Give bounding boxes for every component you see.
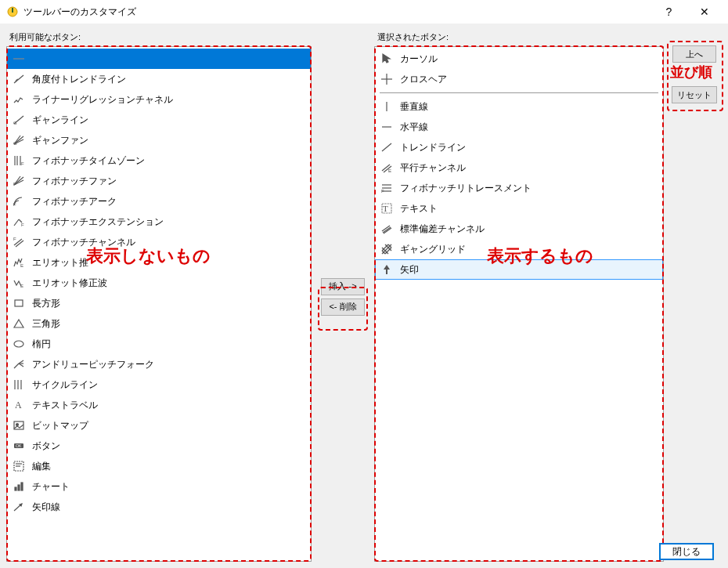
list-item-label: サイクルライン <box>32 378 98 392</box>
list-item[interactable]: E平行チャンネル <box>375 157 663 178</box>
list-item-label: テキスト <box>400 202 438 215</box>
list-item-label: フィボナッチチャンネル <box>32 236 135 249</box>
list-item-label: アンドリューピッチフォーク <box>32 358 154 371</box>
list-item-label: ビットマップ <box>32 419 88 432</box>
close-window-button[interactable]: ✕ <box>687 0 722 24</box>
list-item[interactable]: 水平線 <box>375 117 663 137</box>
svg-text:G: G <box>13 121 17 125</box>
chart-icon <box>12 479 26 494</box>
list-item[interactable]: チャート <box>7 476 311 497</box>
list-item-label: ボタン <box>32 440 60 453</box>
list-item[interactable]: 編集 <box>7 456 311 476</box>
svg-line-32 <box>19 364 23 367</box>
list-item-label: フィボナッチエクステンション <box>32 215 164 229</box>
gannline-icon: G <box>12 113 26 127</box>
svg-line-69 <box>382 244 388 251</box>
list-item-label: 三角形 <box>32 317 60 331</box>
list-item[interactable]: 垂直線 <box>375 96 663 117</box>
regression-icon <box>12 92 26 107</box>
insert-button[interactable]: 挿入 -> <box>321 278 365 295</box>
svg-point-38 <box>16 424 19 426</box>
crosshair-icon <box>380 72 394 86</box>
text-icon: T <box>380 201 394 215</box>
list-item[interactable] <box>7 49 311 69</box>
svg-rect-46 <box>21 483 23 490</box>
list-item[interactable]: Fフィボナッチアーク <box>7 191 311 212</box>
list-item[interactable]: Fフィボナッチタイムゾーン <box>7 150 311 171</box>
svg-line-3 <box>14 75 23 83</box>
list-item[interactable]: 矢印 <box>375 259 663 280</box>
list-item[interactable]: OKボタン <box>7 436 311 456</box>
fibochannel-icon: F <box>12 235 26 249</box>
list-item[interactable]: 矢印線 <box>7 497 311 517</box>
up-button[interactable]: 上へ <box>672 45 716 63</box>
list-item[interactable]: Gギャンライン <box>7 110 311 130</box>
list-item-label: 矢印 <box>400 263 419 277</box>
list-item-label: 水平線 <box>400 121 428 134</box>
fiboext-icon: F <box>12 215 26 229</box>
list-item[interactable]: Gギャンファン <box>7 130 311 150</box>
list-item-label: エリオット推 <box>32 256 88 270</box>
list-item[interactable]: 三角形 <box>7 313 311 334</box>
svg-text:F: F <box>21 161 24 166</box>
list-item[interactable]: 長方形 <box>7 293 311 313</box>
svg-text:F: F <box>13 237 16 241</box>
svg-text:OK: OK <box>16 443 22 448</box>
list-item[interactable]: Eエリオット推 <box>7 252 311 273</box>
textlabel-icon: A <box>12 398 26 412</box>
list-item[interactable]: Tテキスト <box>375 198 663 219</box>
svg-rect-27 <box>15 300 23 306</box>
triangle-icon <box>12 317 26 331</box>
svg-text:E: E <box>20 284 23 288</box>
svg-text:F: F <box>13 182 16 186</box>
titlebar: ツールバーのカスタマイズ ? ✕ <box>0 0 728 24</box>
list-item[interactable]: Eエリオット修正波 <box>7 273 311 293</box>
remove-button[interactable]: <- 削除 <box>321 298 365 316</box>
bitmap-icon <box>12 418 26 432</box>
elliottcor-icon: E <box>12 276 26 290</box>
list-item[interactable]: カーソル <box>375 49 663 69</box>
close-button[interactable]: 閉じる <box>659 543 714 560</box>
list-item-label: フィボナッチタイムゾーン <box>32 154 145 168</box>
svg-text:F: F <box>21 222 24 227</box>
list-item[interactable]: サイクルライン <box>7 374 311 395</box>
svg-rect-44 <box>15 487 16 490</box>
dialog-window: ツールバーのカスタマイズ ? ✕ 利用可能なボタン: 角度付トレンドラインライナ… <box>0 0 728 568</box>
list-item[interactable]: 標準偏差チャンネル <box>375 219 663 239</box>
svg-text:F: F <box>13 202 16 207</box>
vline-icon <box>380 99 394 114</box>
svg-text:E: E <box>388 168 391 173</box>
list-item[interactable]: アンドリューピッチフォーク <box>7 354 311 374</box>
available-listbox[interactable]: 角度付トレンドラインライナーリグレッションチャネルGギャンラインGギャンファンF… <box>6 46 312 562</box>
ganngrid-icon <box>380 242 394 256</box>
svg-rect-45 <box>18 485 20 490</box>
list-item[interactable]: ギャングリッド <box>375 239 663 259</box>
list-item-label: トレンドライン <box>400 141 466 154</box>
list-item[interactable]: Fフィボナッチエクステンション <box>7 212 311 232</box>
hline-icon <box>380 120 394 134</box>
svg-line-29 <box>14 364 19 368</box>
list-item-label: ギャングリッド <box>400 243 466 256</box>
list-item[interactable]: Fフィボナッチリトレースメント <box>375 178 663 198</box>
reset-button[interactable]: リセット <box>672 86 717 103</box>
list-item[interactable]: Aテキストラベル <box>7 395 311 415</box>
list-item[interactable]: ビットマップ <box>7 415 311 436</box>
list-item[interactable]: Fフィボナッチファン <box>7 171 311 191</box>
list-item-label: 楕円 <box>32 338 51 351</box>
list-item-label: 垂直線 <box>400 100 428 114</box>
list-item-label: 標準偏差チャンネル <box>400 222 485 236</box>
list-item[interactable]: トレンドライン <box>375 137 663 157</box>
svg-rect-1 <box>12 8 13 13</box>
list-item-label: 長方形 <box>32 297 60 310</box>
help-button[interactable]: ? <box>651 0 687 24</box>
list-item[interactable]: ライナーリグレッションチャネル <box>7 89 311 110</box>
list-item[interactable]: 角度付トレンドライン <box>7 69 311 89</box>
list-item[interactable]: 楕円 <box>7 334 311 354</box>
list-item-label: ライナーリグレッションチャネル <box>32 93 173 107</box>
svg-line-23 <box>16 241 23 247</box>
list-item-label: 平行チャンネル <box>400 161 466 175</box>
selected-listbox[interactable]: カーソルクロスヘア垂直線水平線トレンドラインE平行チャンネルFフィボナッチリトレ… <box>374 46 664 562</box>
equichannel-icon: E <box>380 161 394 175</box>
list-item[interactable]: Fフィボナッチチャンネル <box>7 232 311 252</box>
list-item[interactable]: クロスヘア <box>375 69 663 89</box>
